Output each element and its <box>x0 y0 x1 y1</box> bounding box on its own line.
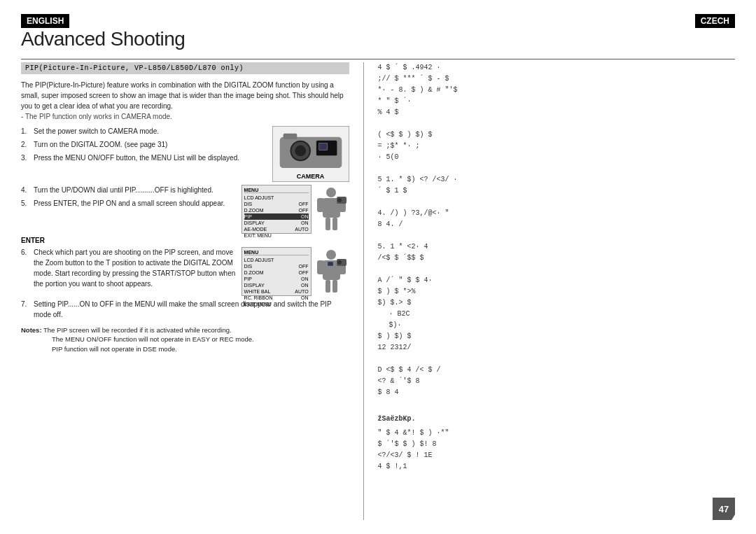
english-badge: ENGLISH <box>21 14 69 28</box>
steps-list-3: 6. Check which part you are shooting on … <box>21 247 237 289</box>
svg-point-6 <box>326 188 336 197</box>
svg-rect-18 <box>317 260 324 274</box>
svg-rect-22 <box>328 262 333 266</box>
step-7-list: 7. Setting PIP......ON to OFF in the MEN… <box>21 299 349 320</box>
left-header: ENGLISH Advanced Shooting <box>21 14 695 56</box>
svg-rect-10 <box>317 198 324 212</box>
menu-screen-2: MENU LCD ADJUST DISOFF D.ZOOMOFF PIPON D… <box>241 247 312 296</box>
main-content: PIP(Picture-In-Picture, VP-L850/L850D/L8… <box>21 62 735 520</box>
step-3: 3. Press the MENU ON/OFF button, the MEN… <box>21 153 267 163</box>
right-header: CZECH <box>695 14 735 28</box>
page-number: 47 <box>713 498 735 520</box>
steps-list: 1. Set the power switch to CAMERA mode. … <box>21 126 267 163</box>
intro-text: The PIP(Picture-In-Picture) feature work… <box>21 80 349 122</box>
svg-rect-9 <box>332 218 337 230</box>
steps-list-2: 4. Turn the UP/DOWN dial until PIP......… <box>21 185 237 209</box>
left-column: PIP(Picture-In-Picture, VP-L850/L850D/L8… <box>21 62 364 520</box>
svg-rect-5 <box>318 143 327 150</box>
camera-image: CAMERA <box>272 126 349 182</box>
camera-label: CAMERA <box>297 171 325 181</box>
menu-screen-1: MENU LCD ADJUST DISOFF D.ZOOMOFF PIPON D… <box>241 185 312 234</box>
page-title: Advanced Shooting <box>21 28 695 50</box>
section-header: PIP(Picture-In-Picture, VP-L850/L850D/L8… <box>21 62 349 74</box>
page-container: ENGLISH Advanced Shooting CZECH PIP(Pict… <box>0 0 756 534</box>
step-5: 5. Press ENTER, the PIP ON and a small s… <box>21 198 237 209</box>
top-area: ENGLISH Advanced Shooting CZECH <box>21 14 735 59</box>
step-4: 4. Turn the UP/DOWN dial until PIP......… <box>21 185 237 195</box>
svg-rect-4 <box>283 134 297 139</box>
right-column: 4 $ ´ $ .4942 · ;// $ *** ´ $ - $ *· - 8… <box>364 62 735 520</box>
person-icon-1 <box>314 185 349 234</box>
svg-point-13 <box>337 198 342 202</box>
czech-content: 4 $ ´ $ .4942 · ;// $ *** ´ $ - $ *· - 8… <box>378 62 735 472</box>
svg-rect-17 <box>332 280 337 293</box>
step-2: 2. Turn on the DIGITAL ZOOM. (see page 3… <box>21 139 267 150</box>
svg-rect-8 <box>326 218 330 230</box>
step-1: 1. Set the power switch to CAMERA mode. <box>21 126 267 136</box>
step-7: 7. Setting PIP......ON to OFF in the MEN… <box>21 299 349 320</box>
step-6: 6. Check which part you are shooting on … <box>21 247 237 289</box>
notes-label: Notes: <box>21 326 42 334</box>
person-icon-2 <box>314 247 349 296</box>
notes-section: Notes: The PIP screen will be recorded i… <box>21 325 349 353</box>
czech-badge: CZECH <box>695 14 735 28</box>
svg-rect-16 <box>326 280 330 293</box>
svg-point-21 <box>337 260 342 265</box>
svg-point-14 <box>326 250 336 260</box>
svg-point-2 <box>295 146 306 157</box>
czech-subhead: žSaëzbKp. <box>378 414 735 425</box>
